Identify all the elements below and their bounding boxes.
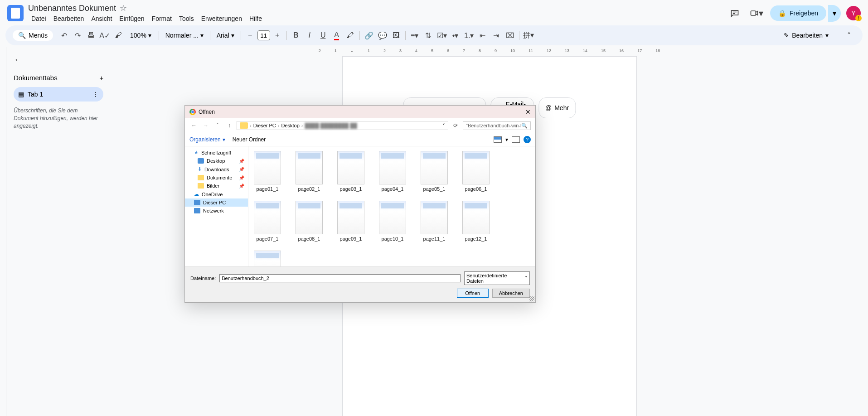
edit-mode-select[interactable]: ✎ Bearbeiten ▾ xyxy=(779,30,833,41)
number-list-button[interactable]: 1.▾ xyxy=(463,29,475,42)
filename-input[interactable] xyxy=(219,274,461,282)
view-mode-icon[interactable] xyxy=(494,136,502,143)
file-thumbnail[interactable]: page07_1 xyxy=(253,201,282,242)
print-button[interactable]: 🖶 xyxy=(85,29,97,42)
paragraph-style-select[interactable]: Normaler ... ▾ xyxy=(162,32,207,39)
file-thumbnail[interactable]: page10_1 xyxy=(378,201,407,242)
close-icon[interactable]: ✕ xyxy=(525,108,531,116)
fontsize-input[interactable] xyxy=(257,30,270,40)
menu-extensions[interactable]: Erweiterungen xyxy=(198,14,245,23)
dialog-search-input[interactable]: "Benutzerhandbuch-win-bild... 🔍 xyxy=(463,121,531,130)
breadcrumb[interactable]: › Dieser PC › Desktop › ████ ████████ ██… xyxy=(237,121,448,130)
file-thumbnail[interactable]: page01_1 xyxy=(253,151,282,192)
share-dropdown[interactable]: ▾ xyxy=(828,5,841,22)
bold-button[interactable]: B xyxy=(290,29,302,42)
comment-button[interactable]: 💬 xyxy=(376,29,389,42)
chevron-down-icon[interactable]: ▾ xyxy=(505,136,508,143)
docs-icon[interactable] xyxy=(7,5,24,21)
redo-button[interactable]: ↷ xyxy=(71,29,84,42)
indent-increase-button[interactable]: ⇥ xyxy=(490,29,503,42)
menu-insert[interactable]: Einfügen xyxy=(116,14,147,23)
file-thumbnail[interactable]: page04_1 xyxy=(378,151,407,192)
indent-decrease-button[interactable]: ⇤ xyxy=(476,29,489,42)
add-tab-button[interactable]: + xyxy=(99,74,103,82)
organize-button[interactable]: Organisieren ▾ xyxy=(189,136,225,143)
sidebar-item-pictures[interactable]: Bilder📌 xyxy=(185,182,248,190)
align-button[interactable]: ≡▾ xyxy=(408,29,421,42)
back-arrow-icon[interactable]: ← xyxy=(14,54,23,65)
share-button[interactable]: 🔒 Freigeben xyxy=(770,5,826,21)
font-select[interactable]: Arial ▾ xyxy=(213,32,238,39)
open-button[interactable]: Öffnen xyxy=(457,289,489,298)
menu-help[interactable]: Hilfe xyxy=(246,14,265,23)
new-folder-button[interactable]: Neuer Ordner xyxy=(233,136,266,143)
line-spacing-button[interactable]: ⇅ xyxy=(422,29,435,42)
resize-grip[interactable] xyxy=(529,296,534,301)
paint-format-button[interactable]: 🖌 xyxy=(112,29,125,42)
breadcrumb-item-blurred[interactable]: ████ ████████ ██ xyxy=(305,123,357,128)
collapse-toolbar-button[interactable]: ˄ xyxy=(843,29,855,42)
sidebar-item-documents[interactable]: Dokumente📌 xyxy=(185,174,248,182)
help-icon[interactable]: ? xyxy=(524,136,531,143)
fontsize-decrease[interactable]: − xyxy=(244,29,257,42)
refresh-icon[interactable]: ⟳ xyxy=(451,122,460,129)
separator xyxy=(241,31,241,40)
sidebar-item-desktop[interactable]: Desktop📌 xyxy=(185,157,248,165)
underline-button[interactable]: U xyxy=(317,29,330,42)
highlight-button[interactable]: 🖍 xyxy=(344,29,357,42)
file-thumbnail[interactable]: page12_1 xyxy=(461,201,490,242)
file-thumbnail[interactable]: page03_1 xyxy=(336,151,365,192)
chip-more[interactable]: @Mehr xyxy=(538,97,576,118)
header-right: ▾ 🔒 Freigeben ▾ Y xyxy=(727,5,861,22)
ime-button[interactable]: 拼▾ xyxy=(522,29,535,42)
nav-forward-icon[interactable]: → xyxy=(201,122,210,129)
zoom-select[interactable]: 100% ▾ xyxy=(126,32,156,39)
cancel-button[interactable]: Abbrechen xyxy=(492,289,530,298)
file-thumbnail[interactable]: page06_1 xyxy=(461,151,490,192)
menus-search[interactable]: 🔍 Menüs xyxy=(13,30,53,41)
star-icon[interactable]: ☆ xyxy=(120,3,127,13)
breadcrumb-item[interactable]: Desktop xyxy=(281,123,299,128)
file-thumbnail[interactable]: page02_1 xyxy=(295,151,324,192)
sidebar-item-quick[interactable]: ★Schnellzugriff xyxy=(185,148,248,157)
avatar[interactable]: Y xyxy=(846,6,861,20)
tab-menu-icon[interactable]: ⋮ xyxy=(92,91,99,98)
checklist-button[interactable]: ☑▾ xyxy=(436,29,448,42)
undo-button[interactable]: ↶ xyxy=(58,29,70,42)
menu-edit[interactable]: Bearbeiten xyxy=(50,14,87,23)
menu-tools[interactable]: Tools xyxy=(176,14,197,23)
image-button[interactable]: 🖼 xyxy=(390,29,402,42)
file-thumbnail[interactable]: page08_1 xyxy=(295,201,324,242)
file-thumbnail[interactable]: page09_1 xyxy=(336,201,365,242)
meet-icon[interactable]: ▾ xyxy=(748,5,765,21)
tab-item[interactable]: ▤ Tab 1 ⋮ xyxy=(14,87,103,102)
nav-back-icon[interactable]: ← xyxy=(189,122,199,129)
menu-format[interactable]: Format xyxy=(149,14,175,23)
fontsize-increase[interactable]: + xyxy=(271,29,284,42)
chevron-down-icon[interactable]: ˅ xyxy=(442,123,445,129)
link-button[interactable]: 🔗 xyxy=(363,29,375,42)
filetype-select[interactable]: Benutzerdefinierte Dateien˅ xyxy=(464,271,530,285)
menu-view[interactable]: Ansicht xyxy=(88,14,115,23)
nav-up-icon[interactable]: ↑ xyxy=(225,122,234,129)
search-icon: 🔍 xyxy=(18,32,26,39)
sidebar-item-thispc[interactable]: Dieser PC xyxy=(185,198,248,207)
comments-icon[interactable] xyxy=(727,5,743,21)
clear-format-button[interactable]: ⌧ xyxy=(504,29,516,42)
preview-pane-icon[interactable] xyxy=(512,136,520,143)
breadcrumb-item[interactable]: Dieser PC xyxy=(253,123,276,128)
nav-history-icon[interactable]: ˅ xyxy=(213,122,222,129)
sidebar-item-network[interactable]: Netzwerk xyxy=(185,207,248,215)
file-thumbnail[interactable]: page11_1 xyxy=(420,201,449,242)
text-color-button[interactable]: A xyxy=(330,29,343,42)
document-title[interactable]: Unbenanntes Dokument xyxy=(28,4,116,13)
file-thumbnail[interactable]: page13_1 xyxy=(253,251,282,266)
lock-icon: 🔒 xyxy=(778,10,786,17)
menu-file[interactable]: Datei xyxy=(28,14,49,23)
sidebar-item-onedrive[interactable]: ☁OneDrive xyxy=(185,190,248,198)
italic-button[interactable]: I xyxy=(303,29,316,42)
sidebar-item-downloads[interactable]: ⬇Downloads📌 xyxy=(185,165,248,174)
spellcheck-button[interactable]: A✓ xyxy=(98,29,111,42)
bullet-list-button[interactable]: •▾ xyxy=(449,29,462,42)
file-thumbnail[interactable]: page05_1 xyxy=(420,151,449,192)
